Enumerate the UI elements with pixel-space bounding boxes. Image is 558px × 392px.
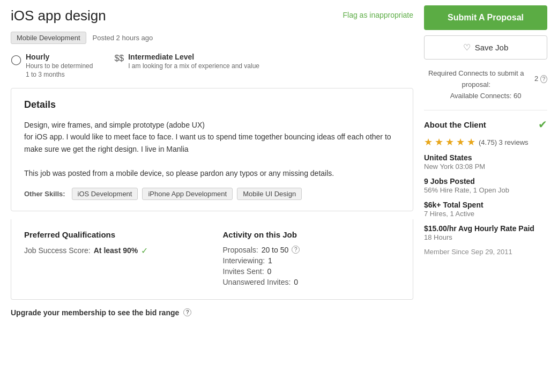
job-type-row: ◯ Hourly Hours to be determined 1 to 3 m… <box>11 53 413 78</box>
proposals-value: 20 to 50 <box>262 246 289 254</box>
job-type-hourly: ◯ Hourly Hours to be determined 1 to 3 m… <box>11 53 93 78</box>
save-job-label: Save Job <box>475 43 509 52</box>
invites-sent-row: Invites Sent: 0 <box>223 267 400 276</box>
connects-available: Available Connects: 60 <box>424 91 547 102</box>
unanswered-value: 0 <box>294 278 298 286</box>
rating-text: (4.75) 3 reviews <box>479 138 529 146</box>
desc-line4: This job was posted from a mobile device… <box>24 167 400 179</box>
star-1: ★ <box>424 136 433 148</box>
proposals-row: Proposals: 20 to 50 ? <box>223 246 400 254</box>
posted-time: Posted 2 hours ago <box>93 34 153 42</box>
invites-sent-label: Invites Sent: <box>223 267 264 276</box>
other-skills-row: Other Skills: iOS Development iPhone App… <box>24 188 400 200</box>
interviewing-label: Interviewing: <box>223 256 265 265</box>
details-section: Details Design, wire frames, and simple … <box>11 88 413 211</box>
job-description: Design, wire frames, and simple prototyp… <box>24 119 400 179</box>
other-skills-label: Other Skills: <box>24 190 65 198</box>
desc-line1: Design, wire frames, and simple prototyp… <box>24 119 400 131</box>
connects-text1: Required Connects to submit a proposal: <box>424 68 528 91</box>
interviewing-row: Interviewing: 1 <box>223 256 400 265</box>
star-3: ★ <box>445 136 454 148</box>
details-title: Details <box>24 99 400 110</box>
hours: 18 Hours <box>424 233 547 241</box>
duration-sub: 1 to 3 months <box>26 71 93 78</box>
hire-rate: 56% Hire Rate, 1 Open Job <box>424 186 547 194</box>
unanswered-label: Unanswered Invites: <box>223 278 291 286</box>
upgrade-row: Upgrade your membership to see the bid r… <box>11 308 413 317</box>
client-jobs-posted: 9 Jobs Posted 56% Hire Rate, 1 Open Job <box>424 177 547 194</box>
sidebar: Submit A Proposal ♡ Save Job Required Co… <box>424 5 547 317</box>
unanswered-row: Unanswered Invites: 0 <box>223 278 400 286</box>
connects-help-icon[interactable]: ? <box>540 75 547 83</box>
checkmark-icon: ✓ <box>141 246 148 256</box>
star-5: ★ <box>467 136 475 148</box>
heart-icon: ♡ <box>463 42 471 53</box>
upgrade-help-icon[interactable]: ? <box>183 308 191 316</box>
connects-box: Required Connects to submit a proposal: … <box>424 68 547 101</box>
client-total-spent: $6k+ Total Spent 7 Hires, 1 Active <box>424 201 547 218</box>
flag-link[interactable]: Flag as inappropriate <box>343 11 413 19</box>
stars-row: ★ ★ ★ ★ ★ (4.75) 3 reviews <box>424 136 547 148</box>
proposals-label: Proposals: <box>223 246 258 254</box>
member-since: Member Since Sep 29, 2011 <box>424 248 547 256</box>
client-location: United States New York 03:08 PM <box>424 153 547 171</box>
submit-proposal-button[interactable]: Submit A Proposal <box>424 5 547 30</box>
level-sub: I am looking for a mix of experience and… <box>128 62 259 70</box>
invites-sent-value: 0 <box>267 267 272 276</box>
qual-activity-section: Preferred Qualifications Job Success Sco… <box>11 219 413 300</box>
client-country: United States <box>424 153 547 162</box>
activity-title: Activity on this Job <box>223 230 400 239</box>
hours-sub: Hours to be determined <box>26 62 93 70</box>
upgrade-text: Upgrade your membership to see the bid r… <box>11 308 179 317</box>
sidebar-divider <box>424 110 547 110</box>
star-4: ★ <box>456 136 465 148</box>
job-success-label: Job Success Score: <box>24 246 91 255</box>
skill-tag-mobile-ui[interactable]: Mobile UI Design <box>237 188 302 200</box>
job-success-row: Job Success Score: At least 90% ✓ <box>24 246 202 256</box>
save-job-button[interactable]: ♡ Save Job <box>424 35 547 60</box>
skill-tag-iphone-app[interactable]: iPhone App Development <box>142 188 233 200</box>
client-time: New York 03:08 PM <box>424 162 547 171</box>
clock-icon: ◯ <box>11 54 21 65</box>
star-2: ★ <box>435 136 443 148</box>
activity-column: Activity on this Job Proposals: 20 to 50… <box>223 230 400 289</box>
dollar-icon: $$ <box>114 54 124 63</box>
hourly-label: Hourly <box>26 53 93 61</box>
connects-required-line: Required Connects to submit a proposal: … <box>424 68 547 91</box>
hires: 7 Hires, 1 Active <box>424 210 547 218</box>
skill-tag-ios-dev[interactable]: iOS Development <box>72 188 138 200</box>
about-client-header: About the Client ✔ <box>424 118 547 131</box>
connects-number: 2 <box>534 73 538 85</box>
meta-row: Mobile Development Posted 2 hours ago <box>11 32 413 44</box>
job-title: iOS app design <box>11 8 106 24</box>
desc-line2: for iOS app. I would like to meet face t… <box>24 131 400 155</box>
proposals-help-icon[interactable]: ? <box>292 246 300 254</box>
hourly-rate-label: $15.00/hr Avg Hourly Rate Paid <box>424 224 547 233</box>
qualifications-column: Preferred Qualifications Job Success Sco… <box>24 230 202 289</box>
job-success-value: At least 90% <box>94 246 138 255</box>
verified-icon: ✔ <box>538 118 547 131</box>
jobs-posted-label: 9 Jobs Posted <box>424 177 547 186</box>
level-label: Intermediate Level <box>128 53 259 61</box>
about-client-title: About the Client <box>424 120 486 129</box>
total-spent-label: $6k+ Total Spent <box>424 201 547 209</box>
qual-title: Preferred Qualifications <box>24 230 202 239</box>
category-badge[interactable]: Mobile Development <box>11 32 86 44</box>
client-hourly-rate: $15.00/hr Avg Hourly Rate Paid 18 Hours <box>424 224 547 241</box>
interviewing-value: 1 <box>268 256 272 265</box>
job-type-level: $$ Intermediate Level I am looking for a… <box>114 53 259 78</box>
